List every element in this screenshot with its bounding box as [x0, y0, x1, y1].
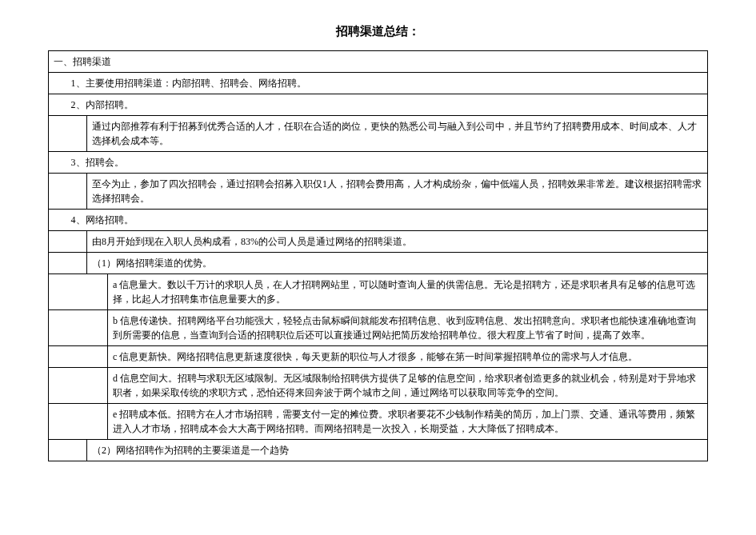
cell: （1）网络招聘渠道的优势。 — [87, 253, 708, 274]
cell: c 信息更新快。网络招聘信息更新速度很快，每天更新的职位与人才很多，能够在第一时… — [108, 346, 708, 368]
table-row: 一、招聘渠道 — [49, 51, 708, 73]
cell: a 信息量大。数以千万计的求职人员，在人才招聘网站里，可以随时查询人量的供需信息… — [108, 274, 708, 310]
table-row: （1）网络招聘渠道的优势。 — [49, 253, 708, 274]
table-row: 由8月开始到现在入职人员构成看，83%的公司人员是通过网络的招聘渠道。 — [49, 231, 708, 253]
cell: 4、网络招聘。 — [66, 210, 708, 231]
table-row: e 招聘成本低。招聘方在人才市场招聘，需要支付一定的摊位费。求职者要花不少钱制作… — [49, 404, 708, 440]
table-row: b 信息传递快。招聘网络平台功能强大，轻轻点击鼠标瞬间就能发布招聘信息、收到应聘… — [49, 310, 708, 346]
section-heading: 一、招聘渠道 — [49, 51, 708, 73]
table-row: 4、网络招聘。 — [49, 210, 708, 231]
table-row: d 信息空间大。招聘与求职无区域限制。无区域限制给招聘供方提供了足够的信息空间，… — [49, 368, 708, 404]
table-row: 通过内部推荐有利于招募到优秀合适的人才，任职在合适的岗位，更快的熟悉公司与融入到… — [49, 116, 708, 152]
cell: 通过内部推荐有利于招募到优秀合适的人才，任职在合适的岗位，更快的熟悉公司与融入到… — [87, 116, 708, 152]
page-title: 招聘渠道总结： — [48, 24, 708, 39]
cell: 1、主要使用招聘渠道：内部招聘、招聘会、网络招聘。 — [66, 73, 708, 94]
table-row: （2）网络招聘作为招聘的主要渠道是一个趋势 — [49, 440, 708, 461]
table-row: a 信息量大。数以千万计的求职人员，在人才招聘网站里，可以随时查询人量的供需信息… — [49, 274, 708, 310]
table-row: 3、招聘会。 — [49, 152, 708, 174]
cell: e 招聘成本低。招聘方在人才市场招聘，需要支付一定的摊位费。求职者要花不少钱制作… — [108, 404, 708, 440]
cell: b 信息传递快。招聘网络平台功能强大，轻轻点击鼠标瞬间就能发布招聘信息、收到应聘… — [108, 310, 708, 346]
cell: 2、内部招聘。 — [66, 94, 708, 116]
table-row: 2、内部招聘。 — [49, 94, 708, 116]
content-table: 一、招聘渠道 1、主要使用招聘渠道：内部招聘、招聘会、网络招聘。 2、内部招聘。… — [48, 50, 708, 461]
table-row: 1、主要使用招聘渠道：内部招聘、招聘会、网络招聘。 — [49, 73, 708, 94]
cell: d 信息空间大。招聘与求职无区域限制。无区域限制给招聘供方提供了足够的信息空间，… — [108, 368, 708, 404]
cell: 由8月开始到现在入职人员构成看，83%的公司人员是通过网络的招聘渠道。 — [87, 231, 708, 253]
table-row: c 信息更新快。网络招聘信息更新速度很快，每天更新的职位与人才很多，能够在第一时… — [49, 346, 708, 368]
cell: 3、招聘会。 — [66, 152, 708, 174]
cell: 至今为止，参加了四次招聘会，通过招聘会招募入职仅1人，招聘会费用高，人才构成纷杂… — [87, 174, 708, 210]
table-row: 至今为止，参加了四次招聘会，通过招聘会招募入职仅1人，招聘会费用高，人才构成纷杂… — [49, 174, 708, 210]
cell: （2）网络招聘作为招聘的主要渠道是一个趋势 — [87, 440, 708, 461]
